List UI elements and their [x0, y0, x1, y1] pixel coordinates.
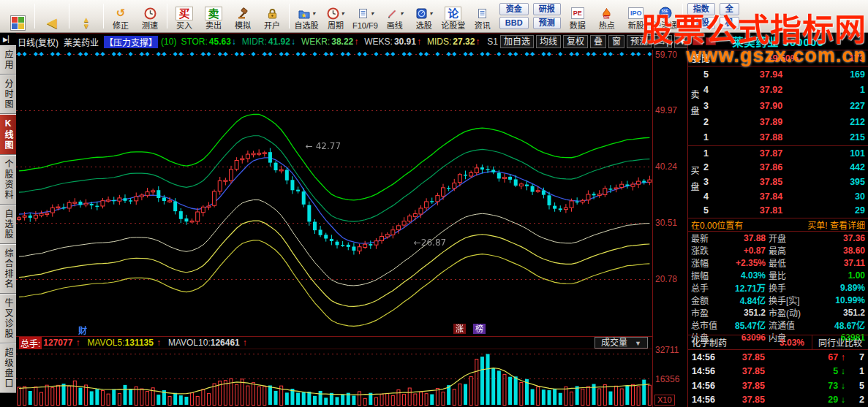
info-label: 量比 [769, 269, 811, 281]
trading-app-window: ◀▲▼↺修正测速买买入卖卖出模拟开户★▾自选股▾周期▾F10/F9▾画线▾选股论… [0, 0, 868, 407]
sell-row[interactable]: 137.88215 [701, 129, 868, 145]
buy-row[interactable]: 337.85395 [701, 175, 868, 189]
toolbar-button-label: 论股堂 [441, 21, 465, 31]
sector-name[interactable]: 化学制药 [688, 336, 754, 349]
toolbar-全-button[interactable]: 全 [720, 3, 739, 15]
toolbar-f10-f9-button[interactable]: ▾F10/F9 [350, 1, 380, 31]
volume-canvas[interactable] [16, 349, 652, 407]
sidebar-tab-超级盘口[interactable]: 超级盘口 [0, 343, 16, 393]
sell-row[interactable]: 437.921 [701, 83, 868, 99]
toolbar-button-label: 周期 [328, 21, 344, 31]
buy-row[interactable]: 537.8129 [701, 203, 868, 218]
period-label[interactable]: 日线(复权) [18, 36, 59, 48]
toolbar-data-button[interactable]: PE数据 [563, 1, 592, 31]
down-arrow-icon: ↓ [232, 37, 236, 47]
rise-badge[interactable]: 涨 [453, 324, 466, 334]
toolbar-机-button[interactable]: 机 [720, 17, 739, 29]
buy-row[interactable]: 137.87101 [701, 146, 868, 161]
sidebar-tab-个股资料[interactable]: 个股资料 [0, 155, 16, 205]
sidebar-tab-自选股[interactable]: 自选股 [0, 205, 16, 244]
ladder-volume: 227 [827, 101, 865, 111]
stock-title: 莱美药业 300006 [688, 33, 868, 50]
ladder-price: 37.86 [715, 162, 827, 172]
sell-row[interactable]: 537.94169 [701, 66, 868, 83]
toolbar-stock-picker-button[interactable]: ▾选股 [410, 1, 439, 31]
toolbar-watchlist-button[interactable]: ★▾自选股 [292, 1, 321, 31]
weicha-value: 173 [849, 53, 864, 64]
toolbar-button-label: 新股 [628, 21, 644, 31]
price-axis-label: 40.24 [655, 161, 677, 172]
indicator-name[interactable]: 【压力支撑】 [104, 36, 158, 48]
toolbar-button-label: 测速 [142, 21, 158, 31]
buy-row[interactable]: 237.86442 [701, 161, 868, 175]
sidebar-collapse-icon[interactable]: ▶▏ [0, 34, 16, 45]
kline-canvas[interactable] [16, 50, 652, 336]
sidebar-tab-K线图[interactable]: K线图 [0, 114, 16, 155]
indicator-value: 38.22 [331, 37, 353, 47]
volume-header-value: 131135 [125, 338, 154, 348]
down-arrow-icon: ↓ [291, 37, 295, 47]
view-detail-link[interactable]: 买单! 查看详细 [807, 218, 865, 231]
sell-row[interactable]: 237.89212 [701, 114, 868, 130]
toolbar-buy-button[interactable]: 买买入 [170, 1, 199, 31]
toolbar-button-label: 开户 [264, 21, 280, 31]
toolbar-simulate-button[interactable]: 模拟 [228, 1, 257, 31]
volume-indicator-select[interactable]: 成交量▼ [595, 337, 648, 349]
tick-row: 14:5637.8573 ↓5 [688, 379, 868, 393]
toolbar-预测-button[interactable]: 预测 [533, 17, 561, 29]
volume-indicator-label: 成交量 [601, 338, 627, 348]
header-复权-button[interactable]: 复权 [563, 35, 588, 48]
rank-badge[interactable]: 榜 [473, 324, 486, 334]
toolbar-nav-arrows-button[interactable]: ▲▼ [72, 1, 101, 31]
toolbar-研报-button[interactable]: 研报 [533, 3, 561, 15]
header-窗-button[interactable]: 窗 [608, 35, 624, 48]
sidebar-tab-分时图[interactable]: 分时图 [0, 75, 16, 114]
toolbar-资金-button[interactable]: 资金 [499, 3, 529, 15]
sidebar-tab-应用[interactable]: 应用 [0, 45, 16, 75]
header-叠-button[interactable]: 叠 [590, 35, 606, 48]
toolbar-speed-test-button[interactable]: 测速 [135, 1, 165, 31]
sell-row[interactable]: 337.90227 [701, 98, 868, 114]
toolbar-layout-grid-button[interactable] [3, 1, 32, 31]
tick-price: 37.85 [724, 366, 765, 376]
header-预测-button[interactable]: 预测 [627, 35, 652, 48]
ladder-volume: 442 [827, 162, 865, 172]
header-dropdown-icon[interactable]: ▼ [674, 35, 687, 48]
info-row: 总市值85.47亿流通值48.67亿 [688, 319, 868, 331]
toolbar-button-label: 买入 [176, 21, 192, 31]
toolbar-button-label: 模拟 [235, 21, 251, 31]
info-label: 最新 [691, 232, 725, 244]
toolbar-个股-button[interactable]: 个股 [687, 17, 715, 29]
toolbar-correct-button[interactable]: ↺修正 [106, 1, 135, 31]
toolbar-period-button[interactable]: ▾周期 [321, 1, 350, 31]
buy-ladder: 买盘 137.87101237.86442337.85395437.843053… [688, 145, 868, 218]
toolbar-指数-button[interactable]: 指数 [687, 3, 715, 15]
toolbar-sell-button[interactable]: 卖卖出 [199, 1, 228, 31]
header-均线-button[interactable]: 均线 [536, 35, 561, 48]
toolbar-back-button[interactable]: ◀ [37, 1, 67, 31]
header-nav-icon[interactable]: →| [654, 35, 672, 48]
toolbar-open-account-button[interactable]: 开户 [257, 1, 287, 31]
toolbar-BBD-button[interactable]: BBD [499, 17, 529, 29]
toolbar-forum-button[interactable]: 论论股堂 [439, 1, 468, 31]
toolbar-ipo-button[interactable]: IPO新股 [622, 1, 651, 31]
correct-icon: ↺ [116, 6, 126, 21]
toolbar-hot-button[interactable]: HOT热点 [592, 1, 622, 31]
sidebar-tab-综合排名[interactable]: 综合排名 [0, 244, 16, 294]
toolbar-draw-line-button[interactable]: ▾画线 [380, 1, 410, 31]
indicator-value-label: MIDR: [242, 37, 267, 47]
back-icon: ◀ [47, 15, 57, 31]
sidebar-tab-牛叉诊股[interactable]: 牛叉诊股 [0, 294, 16, 343]
toolbar-hk-connect-button[interactable]: SSEHKE沪港通 [651, 1, 680, 31]
toolbar-button-label: F10/F9 [352, 21, 378, 31]
hot-icon: HOT [600, 6, 613, 21]
industry-compare-button[interactable]: 同行业比较 [812, 335, 868, 349]
header-加自选-button[interactable]: 加自选 [500, 35, 534, 48]
buy-row[interactable]: 437.8430 [701, 189, 868, 204]
sidebar-tab-label: 牛叉诊股 [1, 298, 15, 339]
stock-picker-icon: ▾ [415, 6, 432, 21]
toolbar-news-button[interactable]: 资讯 [468, 1, 497, 31]
info-value: 351.2 [725, 308, 769, 318]
sell-label: 卖盘 [688, 66, 701, 145]
tick-time: 14:56 [692, 366, 724, 376]
